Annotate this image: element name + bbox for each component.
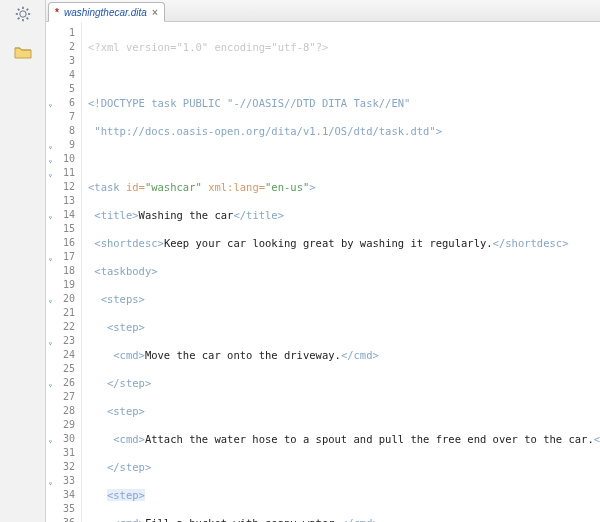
line-number: 18 — [46, 264, 81, 278]
line-number: 19 — [46, 278, 81, 292]
editor-panel: * washingthecar.dita × 123456▿789▿10▿11▿… — [46, 0, 600, 522]
line-number: 23▿ — [46, 334, 81, 348]
line-number: 2 — [46, 40, 81, 54]
line-number: 1 — [46, 26, 81, 40]
line-number: 16 — [46, 236, 81, 250]
line-number: 3 — [46, 54, 81, 68]
line-number: 22 — [46, 320, 81, 334]
line-number: 34 — [46, 488, 81, 502]
line-number: 36 — [46, 516, 81, 522]
line-number: 28 — [46, 404, 81, 418]
line-number: 24 — [46, 348, 81, 362]
line-number: 25 — [46, 362, 81, 376]
line-number: 10▿ — [46, 152, 81, 166]
dirty-marker: * — [55, 7, 59, 18]
svg-point-0 — [19, 11, 25, 17]
line-number: 13 — [46, 194, 81, 208]
line-number: 15 — [46, 222, 81, 236]
line-gutter: 123456▿789▿10▿11▿121314▿151617▿181920▿21… — [46, 22, 82, 522]
tab-filename: washingthecar.dita — [64, 7, 147, 18]
line-number: 33▿ — [46, 474, 81, 488]
line-number: 9▿ — [46, 138, 81, 152]
line-number: 35 — [46, 502, 81, 516]
line-number: 21 — [46, 306, 81, 320]
line-number: 17▿ — [46, 250, 81, 264]
folder-icon[interactable] — [12, 42, 34, 62]
svg-line-8 — [26, 9, 28, 11]
line-number: 6▿ — [46, 96, 81, 110]
line-number: 29 — [46, 418, 81, 432]
left-toolbar — [0, 0, 46, 522]
line-number: 30▿ — [46, 432, 81, 446]
line-number: 8 — [46, 124, 81, 138]
editor[interactable]: 123456▿789▿10▿11▿121314▿151617▿181920▿21… — [46, 22, 600, 522]
gear-icon[interactable] — [12, 4, 34, 24]
close-icon[interactable]: × — [152, 7, 158, 18]
line-number: 14▿ — [46, 208, 81, 222]
line-number: 26▿ — [46, 376, 81, 390]
line-number: 4 — [46, 68, 81, 82]
line-number: 32 — [46, 460, 81, 474]
line-number: 27 — [46, 390, 81, 404]
line-number: 12 — [46, 180, 81, 194]
code-area[interactable]: <?xml version="1.0" encoding="utf-8"?> <… — [82, 22, 600, 522]
line-number: 11▿ — [46, 166, 81, 180]
line-number: 31 — [46, 446, 81, 460]
svg-line-7 — [17, 18, 19, 20]
line-number: 7 — [46, 110, 81, 124]
file-tab[interactable]: * washingthecar.dita × — [48, 2, 165, 22]
line-number: 20▿ — [46, 292, 81, 306]
line-number: 5 — [46, 82, 81, 96]
svg-line-6 — [26, 18, 28, 20]
tab-bar: * washingthecar.dita × — [46, 0, 600, 22]
svg-line-5 — [17, 9, 19, 11]
